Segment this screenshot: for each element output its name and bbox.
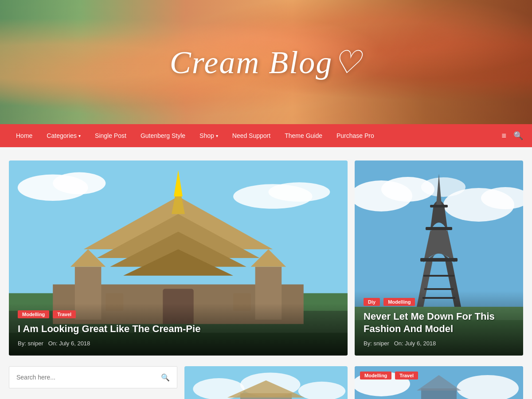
bottom-right-image-wrapper: Modelling Travel bbox=[355, 366, 523, 399]
tag-diy-right[interactable]: Diy bbox=[364, 298, 380, 306]
featured-post-right[interactable]: Diy Modelling Never Let Me Down For This… bbox=[355, 160, 523, 356]
nav-home[interactable]: Home bbox=[9, 124, 39, 147]
featured-right-tags: Diy Modelling bbox=[364, 298, 514, 306]
tag-travel-left[interactable]: Travel bbox=[53, 310, 76, 318]
svg-point-2 bbox=[53, 172, 106, 195]
bottom-middle-post[interactable] bbox=[184, 366, 348, 399]
svg-point-4 bbox=[268, 182, 330, 202]
nav-gutenberg[interactable]: Gutenberg Style bbox=[133, 124, 192, 147]
nav-right-icons: ≡ 🔍 bbox=[501, 131, 523, 141]
featured-post-left[interactable]: Modelling Travel I Am Looking Great Like… bbox=[9, 160, 348, 356]
hamburger-icon[interactable]: ≡ bbox=[501, 131, 506, 141]
shop-chevron-icon: ▾ bbox=[216, 133, 218, 138]
nav-theme-guide[interactable]: Theme Guide bbox=[278, 124, 329, 147]
tag-modelling-bottom[interactable]: Modelling bbox=[360, 372, 391, 379]
bottom-right-post[interactable]: Modelling Travel bbox=[355, 366, 523, 399]
featured-left-title[interactable]: I Am Looking Great Like The Cream-Pie bbox=[18, 323, 339, 336]
categories-chevron-icon: ▾ bbox=[78, 133, 81, 138]
svg-rect-33 bbox=[426, 227, 452, 230]
site-header: Cream Blog♡ bbox=[0, 0, 532, 124]
bottom-row: 🔍 bbox=[9, 366, 523, 399]
site-logo[interactable]: Cream Blog♡ bbox=[170, 43, 362, 81]
search-icon[interactable]: 🔍 bbox=[513, 131, 523, 141]
tag-modelling-left[interactable]: Modelling bbox=[18, 310, 49, 318]
nav-purchase-pro[interactable]: Purchase Pro bbox=[329, 124, 381, 147]
nav-single-post[interactable]: Single Post bbox=[88, 124, 133, 147]
bottom-middle-image bbox=[184, 366, 348, 399]
nav-need-support[interactable]: Need Support bbox=[225, 124, 278, 147]
tag-travel-bottom[interactable]: Travel bbox=[395, 372, 418, 379]
search-button[interactable]: 🔍 bbox=[161, 373, 170, 382]
main-nav: Home Categories ▾ Single Post Gutenberg … bbox=[0, 124, 532, 147]
nav-items: Home Categories ▾ Single Post Gutenberg … bbox=[9, 124, 381, 147]
featured-right-overlay: Diy Modelling Never Let Me Down For This… bbox=[355, 291, 523, 356]
nav-categories[interactable]: Categories ▾ bbox=[39, 124, 88, 147]
svg-rect-34 bbox=[430, 205, 448, 207]
search-box: 🔍 bbox=[9, 366, 177, 388]
featured-row: Modelling Travel I Am Looking Great Like… bbox=[9, 160, 523, 356]
svg-rect-32 bbox=[420, 258, 458, 262]
nav-shop[interactable]: Shop ▾ bbox=[192, 124, 225, 147]
main-content: Modelling Travel I Am Looking Great Like… bbox=[0, 147, 532, 399]
featured-left-overlay: Modelling Travel I Am Looking Great Like… bbox=[9, 303, 348, 356]
tag-modelling-right[interactable]: Modelling bbox=[383, 298, 415, 306]
featured-left-meta: By: sniper On: July 6, 2018 bbox=[18, 340, 339, 347]
featured-left-tags: Modelling Travel bbox=[18, 310, 339, 318]
search-section: 🔍 bbox=[9, 366, 177, 399]
svg-point-28 bbox=[421, 177, 466, 197]
featured-right-title[interactable]: Never Let Me Down For This Fashion And M… bbox=[364, 310, 514, 336]
search-input[interactable] bbox=[16, 374, 161, 381]
featured-right-meta: By: sniper On: July 6, 2018 bbox=[364, 340, 514, 347]
bottom-right-tags: Modelling Travel bbox=[360, 372, 418, 379]
